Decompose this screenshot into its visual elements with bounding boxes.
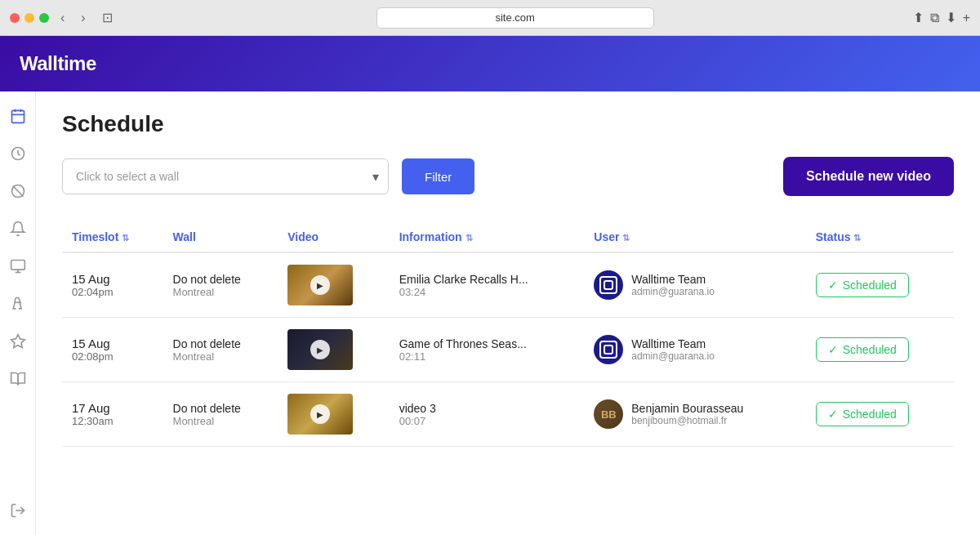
copy-tab-button[interactable]: ⧉	[930, 11, 939, 25]
check-icon: ✓	[828, 343, 838, 356]
svg-rect-0	[11, 110, 24, 123]
timeslot-time: 12:30am	[72, 415, 154, 427]
cell-timeslot: 17 Aug 12:30am	[62, 382, 163, 447]
video-thumbnail[interactable]: ▶	[287, 329, 353, 370]
timeslot-time: 02:08pm	[72, 350, 154, 363]
wall-select-wrapper: Click to select a wall ▾	[62, 158, 389, 194]
header-row: Timeslot ⇅ Wall Video Information ⇅	[62, 222, 954, 252]
avatar	[594, 270, 623, 300]
table-row: 17 Aug 12:30am Do not delete Montreal ▶ …	[62, 382, 954, 447]
traffic-lights	[10, 13, 49, 23]
main-content: Schedule Click to select a wall ▾ Filter…	[36, 91, 980, 535]
svg-rect-7	[11, 261, 24, 270]
cell-timeslot: 15 Aug 02:08pm	[62, 318, 163, 382]
forward-button[interactable]: ›	[76, 9, 90, 27]
sidebar-icon-monitor[interactable]	[7, 255, 29, 278]
sidebar-icon-ban[interactable]	[7, 180, 29, 203]
schedule-new-video-button[interactable]: Schedule new video	[783, 157, 954, 196]
download-button[interactable]: ⬇	[946, 10, 956, 25]
cell-status: ✓ Scheduled	[806, 382, 954, 447]
top-nav: Walltime	[0, 36, 980, 91]
table-header: Timeslot ⇅ Wall Video Information ⇅	[62, 222, 954, 252]
url-text: site.com	[495, 11, 534, 24]
wall-name: Do not delete	[173, 402, 269, 415]
video-thumbnail[interactable]: ▶	[287, 265, 353, 305]
wall-name: Do not delete	[173, 337, 269, 350]
sidebar-icon-star[interactable]	[7, 330, 29, 353]
sidebar-toggle-button[interactable]: ⊡	[97, 8, 118, 27]
share-button[interactable]: ⬆	[913, 10, 924, 25]
cell-wall: Do not delete Montreal	[163, 252, 278, 318]
play-button[interactable]: ▶	[310, 404, 330, 424]
status-label: Scheduled	[843, 343, 897, 356]
video-duration: 02:11	[399, 350, 575, 363]
user-email: admin@guarana.io	[631, 286, 715, 297]
user-cell: Walltime Team admin@guarana.io	[594, 335, 795, 364]
timeslot-time: 02:04pm	[72, 286, 154, 298]
minimize-button[interactable]	[24, 13, 34, 23]
svg-rect-13	[604, 281, 612, 289]
th-wall: Wall	[163, 222, 278, 252]
more-button[interactable]: +	[963, 11, 970, 25]
svg-marker-11	[11, 335, 24, 348]
avatar	[594, 335, 623, 364]
status-badge: ✓ Scheduled	[816, 337, 909, 362]
user-email: admin@guarana.io	[631, 350, 715, 362]
wall-sub: Montreal	[173, 415, 269, 427]
th-information: Information ⇅	[390, 222, 585, 252]
filter-button[interactable]: Filter	[402, 158, 474, 194]
sidebar-icon-logout[interactable]	[7, 499, 29, 522]
brand-logo: Walltime	[20, 52, 96, 75]
check-icon: ✓	[828, 408, 838, 421]
timeslot-date: 15 Aug	[72, 337, 154, 350]
sidebar	[0, 91, 36, 535]
page-title: Schedule	[62, 111, 954, 137]
table-body: 15 Aug 02:04pm Do not delete Montreal ▶ …	[62, 252, 954, 447]
wall-name: Do not delete	[173, 273, 269, 286]
video-thumbnail[interactable]: ▶	[287, 394, 353, 435]
url-bar-wrapper: site.com	[124, 7, 906, 29]
maximize-button[interactable]	[39, 13, 49, 23]
cell-information: Game of Thrones Seas... 02:11	[390, 318, 585, 382]
wall-sub: Montreal	[173, 286, 269, 298]
url-bar[interactable]: site.com	[376, 7, 654, 29]
sidebar-icon-clock[interactable]	[7, 142, 29, 165]
wall-select[interactable]: Click to select a wall	[62, 158, 389, 194]
video-title: video 3	[399, 402, 575, 415]
cell-video-thumb: ▶	[278, 252, 389, 318]
video-title: Emilia Clarke Recalls H...	[399, 273, 575, 286]
cell-wall: Do not delete Montreal	[163, 382, 278, 447]
user-info: Walltime Team admin@guarana.io	[631, 273, 715, 297]
cell-information: Emilia Clarke Recalls H... 03:24	[390, 252, 585, 318]
cell-status: ✓ Scheduled	[806, 252, 954, 318]
sort-icon-info[interactable]: ⇅	[466, 233, 473, 243]
cell-user: Walltime Team admin@guarana.io	[584, 252, 805, 318]
close-button[interactable]	[10, 13, 20, 23]
user-info: Benjamin Bourasseau benjiboum@hotmail.fr	[631, 402, 743, 426]
sort-icon-timeslot[interactable]: ⇅	[122, 233, 129, 243]
cell-user: Walltime Team admin@guarana.io	[584, 318, 805, 382]
user-name: Walltime Team	[631, 273, 715, 286]
th-timeslot: Timeslot ⇅	[62, 222, 163, 252]
status-badge: ✓ Scheduled	[816, 273, 909, 297]
back-button[interactable]: ‹	[56, 9, 69, 27]
status-label: Scheduled	[843, 279, 897, 292]
sort-icon-user[interactable]: ⇅	[622, 233, 630, 243]
table-row: 15 Aug 02:08pm Do not delete Montreal ▶ …	[62, 318, 954, 382]
cell-user: BB Benjamin Bourasseau benjiboum@hotmail…	[584, 382, 805, 447]
th-status: Status ⇅	[806, 222, 954, 252]
sidebar-icon-bell[interactable]	[7, 217, 29, 240]
user-cell: Walltime Team admin@guarana.io	[594, 270, 795, 300]
video-duration: 03:24	[399, 286, 575, 298]
play-button[interactable]: ▶	[310, 275, 330, 295]
status-badge: ✓ Scheduled	[816, 402, 909, 426]
user-cell: BB Benjamin Bourasseau benjiboum@hotmail…	[594, 399, 795, 429]
play-button[interactable]: ▶	[310, 340, 330, 359]
sort-icon-status[interactable]: ⇅	[853, 233, 861, 243]
sidebar-icon-book[interactable]	[7, 368, 29, 390]
user-info: Walltime Team admin@guarana.io	[631, 337, 715, 362]
sidebar-icon-chess[interactable]	[7, 292, 29, 315]
cell-timeslot: 15 Aug 02:04pm	[62, 252, 163, 318]
wall-sub: Montreal	[173, 350, 269, 363]
sidebar-icon-calendar[interactable]	[7, 105, 29, 127]
